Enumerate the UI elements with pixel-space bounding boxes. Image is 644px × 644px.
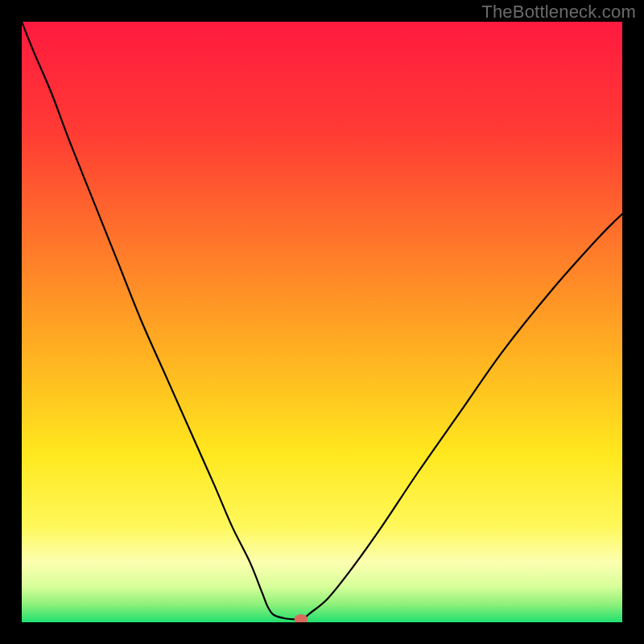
plot-area — [22, 22, 622, 622]
svg-point-1 — [295, 614, 308, 622]
chart-frame: TheBottleneck.com — [0, 0, 644, 644]
watermark-text: TheBottleneck.com — [481, 2, 636, 23]
bottleneck-curve — [22, 22, 622, 622]
